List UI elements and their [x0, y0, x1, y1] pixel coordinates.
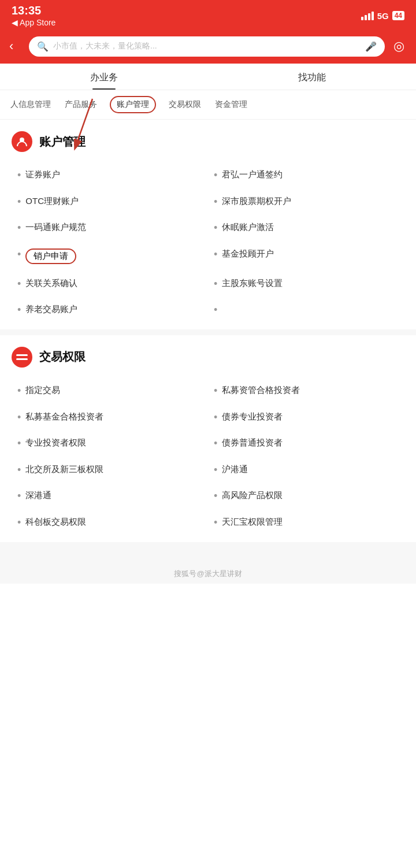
- item-shenzhen-hong-kong[interactable]: 深港通: [12, 483, 208, 510]
- item-pension-account[interactable]: 养老交易账户: [12, 297, 208, 324]
- svg-rect-4: [16, 358, 28, 360]
- signal-bars: [361, 12, 374, 20]
- item-major-shareholder[interactable]: 主股东账号设置: [208, 271, 404, 298]
- trading-items-grid: 指定交易 私募资管合格投资者 私募基金合格投资者 债券专业投资者 专业投资者权限…: [12, 378, 404, 536]
- item-beijing-exchange[interactable]: 北交所及新三板权限: [12, 457, 208, 484]
- app-store-label: ◀ App Store: [12, 18, 55, 27]
- status-bar: 13:35 ◀ App Store 5G 44: [0, 0, 416, 29]
- trading-icon: [12, 347, 32, 368]
- section-header-account: 账户管理: [12, 131, 404, 152]
- nav-bar: ‹ 🔍 小市值，大未来，量化策略... 🎤 ◎: [0, 29, 416, 64]
- item-empty-1: [208, 297, 404, 324]
- item-designated-trading[interactable]: 指定交易: [12, 378, 208, 405]
- search-icon: 🔍: [37, 41, 49, 52]
- main-content: 账户管理 证券账户 君弘一户通签约 OTC理财账户: [0, 120, 416, 559]
- cat-personal-info[interactable]: 人信息管理: [9, 97, 52, 112]
- item-private-fund-qualified[interactable]: 私募基金合格投资者: [12, 405, 208, 431]
- account-items-grid: 证券账户 君弘一户通签约 OTC理财账户 深市股票期权开户 一码通账户规范 休眠…: [12, 162, 404, 324]
- search-placeholder: 小市值，大未来，量化策略...: [53, 41, 361, 51]
- item-otc-account[interactable]: OTC理财账户: [12, 189, 208, 216]
- item-junhong-signup[interactable]: 君弘一户通签约: [208, 162, 404, 189]
- item-star-market[interactable]: 科创板交易权限: [12, 510, 208, 536]
- trading-permissions-section: 交易权限 指定交易 私募资管合格投资者 私募基金合格投资者 债券专业投资者 专业…: [0, 335, 416, 542]
- mic-icon[interactable]: 🎤: [365, 41, 377, 52]
- section-title-trading: 交易权限: [39, 349, 86, 365]
- item-account-cancellation[interactable]: 销户申请: [12, 242, 208, 271]
- item-shenzhen-options[interactable]: 深市股票期权开户: [208, 189, 404, 216]
- tab-function[interactable]: 找功能: [208, 64, 416, 90]
- item-dormant-activate[interactable]: 休眠账户激活: [208, 215, 404, 242]
- item-bond-ordinary[interactable]: 债券普通投资者: [208, 431, 404, 457]
- item-shanghai-hong-kong[interactable]: 沪港通: [208, 457, 404, 484]
- item-yimatong[interactable]: 一码通账户规范: [12, 215, 208, 242]
- item-fund-advisor[interactable]: 基金投顾开户: [208, 242, 404, 271]
- section-header-trading: 交易权限: [12, 347, 404, 368]
- search-bar[interactable]: 🔍 小市值，大未来，量化策略... 🎤: [29, 36, 385, 57]
- battery-badge: 44: [392, 11, 404, 20]
- account-management-section: 账户管理 证券账户 君弘一户通签约 OTC理财账户: [0, 120, 416, 329]
- item-securities-account[interactable]: 证券账户: [12, 162, 208, 189]
- item-relation-confirm[interactable]: 关联关系确认: [12, 271, 208, 298]
- tab-business[interactable]: 办业务: [0, 64, 208, 90]
- item-bond-professional[interactable]: 债券专业投资者: [208, 405, 404, 431]
- svg-rect-3: [16, 354, 28, 356]
- item-professional-investor[interactable]: 专业投资者权限: [12, 431, 208, 457]
- compass-icon[interactable]: ◎: [391, 39, 407, 54]
- watermark: 搜狐号@派大星讲财: [0, 559, 416, 584]
- cat-trading-permissions[interactable]: 交易权限: [168, 97, 202, 112]
- back-button[interactable]: ‹: [9, 39, 23, 54]
- tab-bar: 办业务 找功能: [0, 64, 416, 90]
- item-tianhui-permissions[interactable]: 天汇宝权限管理: [208, 510, 404, 536]
- account-icon: [12, 131, 32, 152]
- status-right: 5G 44: [361, 11, 404, 21]
- cat-product-service[interactable]: 产品服务: [64, 97, 98, 112]
- status-left: 13:35 ◀ App Store: [12, 4, 55, 27]
- item-high-risk-products[interactable]: 高风险产品权限: [208, 483, 404, 510]
- cat-account-management[interactable]: 账户管理: [110, 96, 156, 113]
- cat-fund-management[interactable]: 资金管理: [214, 97, 248, 112]
- section-title-account: 账户管理: [39, 134, 86, 150]
- item-private-qualified[interactable]: 私募资管合格投资者: [208, 378, 404, 405]
- status-time: 13:35: [12, 4, 41, 17]
- category-bar: 人信息管理 产品服务 账户管理 交易权限 资金管理: [0, 90, 416, 120]
- network-label: 5G: [377, 11, 389, 21]
